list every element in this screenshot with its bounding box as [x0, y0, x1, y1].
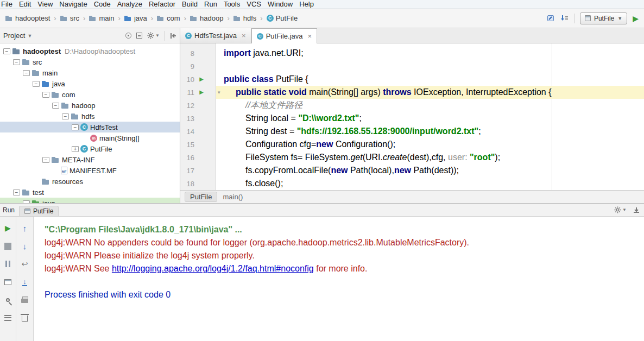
code-line[interactable]: Configuration cfg=new Configuration();: [216, 138, 644, 151]
expand-toggle-icon[interactable]: −: [52, 103, 59, 109]
tree-item-main(string[][interactable]: mmain(String[]: [0, 132, 180, 143]
code-line[interactable]: ▾public static void main(String[] args) …: [216, 86, 644, 99]
code-editor[interactable]: import java.net.URI;public class PutFile…: [216, 43, 644, 190]
tree-item-resources[interactable]: resources: [0, 176, 180, 187]
code-line[interactable]: fs.copyFromLocalFile(new Path(local),new…: [216, 164, 644, 177]
editor-breadcrumb-main[interactable]: main(): [223, 193, 243, 201]
code-line[interactable]: //本地文件路径: [216, 99, 644, 112]
expand-toggle-icon[interactable]: −: [13, 190, 20, 195]
menu-item-help[interactable]: Help: [296, 0, 317, 9]
expand-toggle-icon[interactable]: −: [62, 113, 69, 119]
code-line[interactable]: [216, 60, 644, 73]
menu-item-edit[interactable]: Edit: [16, 0, 34, 9]
console-link[interactable]: http://logging.apache.org/log4j/1.2/faq.…: [112, 264, 314, 273]
gear-icon[interactable]: ▼: [614, 206, 627, 213]
hide-panel-icon[interactable]: [170, 33, 176, 39]
locate-icon[interactable]: [125, 33, 131, 39]
tree-item-hadoop[interactable]: −hadoop: [0, 100, 180, 111]
tree-item-hdfs[interactable]: −hdfs: [0, 111, 180, 122]
breadcrumb-hadooptest[interactable]: hadooptest: [3, 13, 52, 23]
expand-toggle-icon[interactable]: +: [72, 146, 79, 152]
breadcrumb-com[interactable]: com: [155, 13, 182, 23]
expand-toggle-icon[interactable]: −: [33, 81, 40, 87]
softwrap-button[interactable]: ↩: [20, 259, 30, 269]
menu-item-window[interactable]: Window: [264, 0, 296, 9]
vcs-update-icon[interactable]: [560, 14, 569, 22]
menu-item-vcs[interactable]: VCS: [243, 0, 264, 9]
run-configuration-select[interactable]: PutFile ▼: [580, 12, 627, 24]
close-tab-icon[interactable]: ×: [242, 31, 246, 40]
tree-item-test[interactable]: −test: [0, 187, 180, 198]
gear-icon[interactable]: ▼: [147, 32, 160, 39]
expand-toggle-icon[interactable]: −: [42, 157, 49, 163]
run-tab-putfile[interactable]: PutFile: [19, 206, 59, 216]
rerun-button[interactable]: ▶: [3, 223, 13, 233]
project-panel-title[interactable]: Project ▼: [3, 31, 32, 40]
code-line[interactable]: String dest = "hdfs://192.168.55.128:900…: [216, 125, 644, 138]
history-button[interactable]: [3, 313, 13, 323]
tree-item-meta-inf[interactable]: −META-INF: [0, 154, 180, 165]
run-line-icon[interactable]: ▶: [197, 90, 206, 95]
menu-item-file[interactable]: File: [0, 0, 16, 9]
tree-item-manifest.mf[interactable]: MFMANIFEST.MF: [0, 165, 180, 176]
tree-item-main[interactable]: −main: [0, 67, 180, 78]
expand-toggle-icon[interactable]: −: [23, 70, 30, 76]
pause-button[interactable]: [3, 259, 13, 269]
tree-item-java[interactable]: −java: [0, 198, 180, 203]
scroll-end-button[interactable]: ↓: [20, 277, 30, 287]
menu-item-tools[interactable]: Tools: [220, 0, 243, 9]
code-line[interactable]: String local = "D:\\word2.txt";: [216, 112, 644, 125]
code-line[interactable]: FileSystem fs= FileSystem.get(URI.create…: [216, 151, 644, 164]
stop-button[interactable]: [3, 241, 13, 251]
print-button[interactable]: [20, 295, 30, 305]
run-button[interactable]: ▶: [633, 15, 639, 22]
vcs-checkin-icon[interactable]: [547, 14, 555, 22]
run-line-icon[interactable]: ▶: [197, 77, 206, 82]
menu-item-code[interactable]: Code: [91, 0, 114, 9]
code-line[interactable]: fs.close();: [216, 177, 644, 190]
pin-button[interactable]: [3, 295, 13, 305]
breadcrumb-src[interactable]: src: [58, 13, 81, 23]
expand-toggle-icon[interactable]: −: [13, 59, 20, 65]
collapse-all-icon[interactable]: [136, 33, 142, 39]
hide-panel-icon[interactable]: [633, 207, 640, 213]
menu-item-run[interactable]: Run: [201, 0, 220, 9]
console-line: Process finished with exit code 0: [45, 288, 644, 301]
tree-item-com[interactable]: −com: [0, 89, 180, 100]
breadcrumb-main[interactable]: main: [87, 13, 116, 23]
menu-item-build[interactable]: Build: [179, 0, 201, 9]
code-token: Path(local),: [348, 166, 394, 175]
editor-tab-putfile-java[interactable]: CPutFile.java×: [251, 28, 318, 43]
code-line[interactable]: public class PutFile {: [216, 73, 644, 86]
expand-toggle-icon[interactable]: −: [42, 92, 49, 98]
expand-toggle-icon[interactable]: −: [72, 124, 79, 130]
breadcrumb-java[interactable]: java: [122, 13, 149, 23]
breadcrumb-hdfs[interactable]: hdfs: [231, 13, 259, 23]
console-output[interactable]: "C:\Program Files\Java\jdk1.8.0_171\bin\…: [34, 217, 644, 341]
menu-item-analyze[interactable]: Analyze: [114, 0, 146, 9]
editor-tab-hdfstest-java[interactable]: CHdfsTest.java×: [180, 28, 251, 43]
tree-item-hadooptest[interactable]: −hadooptestD:\Hadoop\hadooptest: [0, 46, 180, 56]
breadcrumb-putfile[interactable]: CPutFile: [264, 13, 300, 23]
breadcrumb-hadoop[interactable]: hadoop: [188, 13, 225, 23]
stack-down-button[interactable]: ↓: [20, 241, 30, 251]
tree-item-hdfstest[interactable]: −CHdfsTest: [0, 122, 180, 132]
editor-tab-label: HdfsTest.java: [194, 31, 237, 40]
expand-toggle-icon[interactable]: −: [3, 48, 10, 54]
menu-item-navigate[interactable]: Navigate: [56, 0, 90, 9]
code-line[interactable]: import java.net.URI;: [216, 47, 644, 60]
menu-item-refactor[interactable]: Refactor: [146, 0, 179, 9]
folder-icon: [233, 15, 241, 22]
tree-item-java[interactable]: −java: [0, 78, 180, 89]
editor-breadcrumb-putfile[interactable]: PutFile: [185, 192, 217, 202]
tree-item-putfile[interactable]: +CPutFile: [0, 143, 180, 154]
close-tab-icon[interactable]: ×: [308, 32, 312, 40]
gutter-line: 13: [180, 112, 216, 125]
frame-button[interactable]: [3, 277, 13, 287]
clear-button[interactable]: [20, 313, 30, 323]
code-token: "hdfs://192.168.55.128:9000/input/word2.…: [297, 127, 478, 136]
menu-item-view[interactable]: View: [34, 0, 56, 9]
stack-up-button[interactable]: ↑: [20, 223, 30, 233]
tree-item-src[interactable]: −src: [0, 56, 180, 67]
console-line: log4j:WARN Please initialize the log4j s…: [45, 249, 644, 262]
